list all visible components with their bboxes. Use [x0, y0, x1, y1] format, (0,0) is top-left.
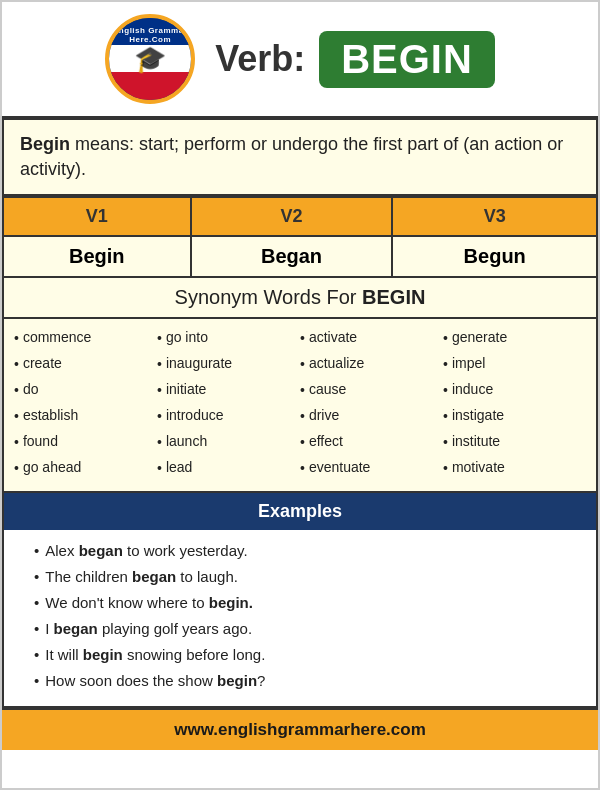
bullet-icon: •: [14, 432, 19, 453]
bullet-icon: •: [300, 328, 305, 349]
list-item: •activate: [300, 327, 443, 349]
synonym-col-2: •go into •inaugurate •initiate •introduc…: [157, 327, 300, 479]
list-item: •found: [14, 431, 157, 453]
bullet-icon: •: [157, 354, 162, 375]
header: English GrammarHere.Com 🎓 Verb: BEGIN: [2, 2, 598, 118]
list-item: •commence: [14, 327, 157, 349]
list-item: •inaugurate: [157, 353, 300, 375]
example-item: • The children began to laugh.: [4, 564, 596, 590]
list-item: •create: [14, 353, 157, 375]
bullet-icon: •: [300, 406, 305, 427]
example-item: • It will begin snowing before long.: [4, 642, 596, 668]
bullet-icon: •: [443, 406, 448, 427]
list-item: •eventuate: [300, 457, 443, 479]
bullet-icon: •: [34, 669, 39, 693]
footer-url: www.englishgrammarhere.com: [174, 720, 426, 739]
verb-word-badge: BEGIN: [319, 31, 495, 88]
verb-forms-table: V1 V2 V3 Begin Began Begun: [2, 196, 598, 278]
list-item: •motivate: [443, 457, 586, 479]
bullet-icon: •: [157, 380, 162, 401]
v1-value: Begin: [3, 236, 191, 277]
list-item: •actualize: [300, 353, 443, 375]
synonyms-title: Synonym Words For: [175, 286, 362, 308]
bullet-icon: •: [300, 432, 305, 453]
examples-header: Examples: [4, 493, 596, 530]
definition-text: means: start; perform or undergo the fir…: [20, 134, 563, 179]
synonyms-grid: •commence •create •do •establish •found …: [4, 319, 596, 491]
bullet-icon: •: [443, 432, 448, 453]
bullet-icon: •: [14, 328, 19, 349]
list-item: •establish: [14, 405, 157, 427]
bullet-icon: •: [14, 406, 19, 427]
bullet-icon: •: [157, 432, 162, 453]
bullet-icon: •: [300, 354, 305, 375]
v1-header: V1: [3, 197, 191, 236]
synonyms-section: Synonym Words For BEGIN •commence •creat…: [2, 278, 598, 493]
logo-text-top: English GrammarHere.Com: [109, 26, 191, 44]
list-item: •drive: [300, 405, 443, 427]
footer: www.englishgrammarhere.com: [2, 708, 598, 750]
verb-label: Verb:: [215, 38, 305, 80]
bullet-icon: •: [443, 458, 448, 479]
bullet-icon: •: [34, 565, 39, 589]
bullet-icon: •: [443, 380, 448, 401]
v3-header: V3: [392, 197, 597, 236]
logo: English GrammarHere.Com 🎓: [105, 14, 195, 104]
list-item: •do: [14, 379, 157, 401]
bullet-icon: •: [157, 458, 162, 479]
bullet-icon: •: [14, 354, 19, 375]
bullet-icon: •: [157, 328, 162, 349]
bullet-icon: •: [14, 380, 19, 401]
list-item: •initiate: [157, 379, 300, 401]
list-item: •instigate: [443, 405, 586, 427]
examples-section: Examples • Alex began to work yesterday.…: [2, 493, 598, 708]
example-item: • Alex began to work yesterday.: [4, 538, 596, 564]
list-item: •induce: [443, 379, 586, 401]
example-item: • How soon does the show begin?: [4, 668, 596, 694]
bullet-icon: •: [443, 328, 448, 349]
list-item: •effect: [300, 431, 443, 453]
bullet-icon: •: [300, 458, 305, 479]
list-item: •cause: [300, 379, 443, 401]
synonyms-title-bold: BEGIN: [362, 286, 425, 308]
bullet-icon: •: [300, 380, 305, 401]
synonym-col-1: •commence •create •do •establish •found …: [14, 327, 157, 479]
bullet-icon: •: [443, 354, 448, 375]
synonyms-header: Synonym Words For BEGIN: [4, 278, 596, 319]
list-item: •go ahead: [14, 457, 157, 479]
bullet-icon: •: [14, 458, 19, 479]
definition-word: Begin: [20, 134, 70, 154]
bullet-icon: •: [157, 406, 162, 427]
definition: Begin means: start; perform or undergo t…: [2, 118, 598, 196]
example-item: • I began playing golf years ago.: [4, 616, 596, 642]
example-item: • We don't know where to begin.: [4, 590, 596, 616]
synonym-col-4: •generate •impel •induce •instigate •ins…: [443, 327, 586, 479]
bullet-icon: •: [34, 539, 39, 563]
list-item: •go into: [157, 327, 300, 349]
list-item: •introduce: [157, 405, 300, 427]
logo-icon: 🎓: [134, 44, 166, 75]
list-item: •launch: [157, 431, 300, 453]
bullet-icon: •: [34, 643, 39, 667]
v2-header: V2: [191, 197, 393, 236]
bullet-icon: •: [34, 617, 39, 641]
bullet-icon: •: [34, 591, 39, 615]
list-item: •generate: [443, 327, 586, 349]
list-item: •institute: [443, 431, 586, 453]
list-item: •impel: [443, 353, 586, 375]
synonym-col-3: •activate •actualize •cause •drive •effe…: [300, 327, 443, 479]
list-item: •lead: [157, 457, 300, 479]
v3-value: Begun: [392, 236, 597, 277]
v2-value: Began: [191, 236, 393, 277]
